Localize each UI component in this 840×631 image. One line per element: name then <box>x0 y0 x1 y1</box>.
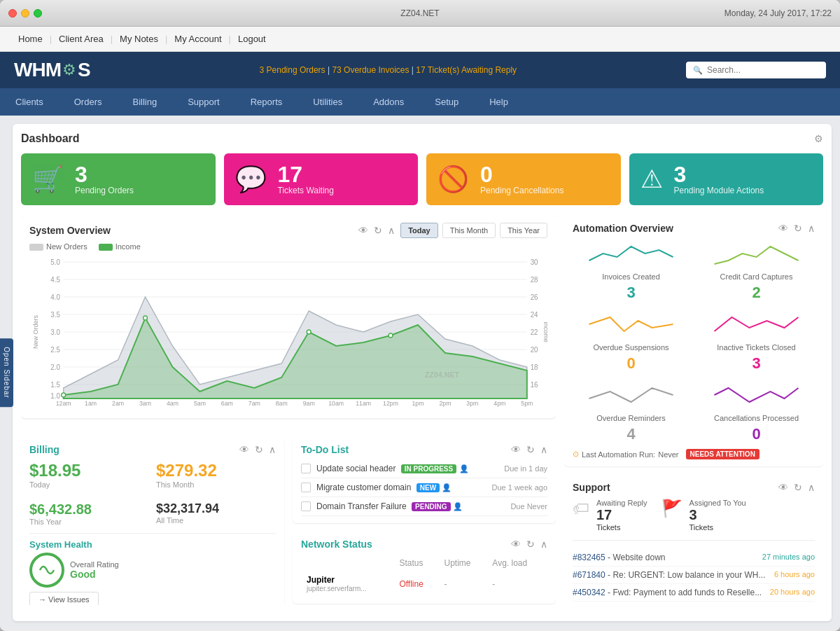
pending-cancellations-label: Pending Cancellations <box>480 186 564 195</box>
auto-inactive-label: Inactive Tickets Closed <box>698 343 815 352</box>
billing-today-amount: $18.95 <box>29 461 149 480</box>
collapse-icon[interactable]: ∧ <box>808 223 815 234</box>
svg-text:5pm: 5pm <box>521 400 533 407</box>
tickets-waiting-label: Tickets Waiting <box>278 186 334 195</box>
todo-checkbox-1[interactable] <box>301 464 311 473</box>
whmcs-logo: WHM ⚙ S <box>14 59 90 81</box>
nav-help[interactable]: Help <box>474 88 524 116</box>
todo-text-1: Update social header IN PROGRESS 👤 <box>316 464 498 473</box>
stat-widgets: 🛒 3 Pending Orders 💬 17 Tickets Waiting … <box>21 153 823 205</box>
billing-alltime-label: All Time <box>156 516 276 525</box>
network-icons[interactable]: 👁 ↻ ∧ <box>511 539 547 550</box>
collapse-icon[interactable]: ∧ <box>540 444 547 455</box>
svg-text:3pm: 3pm <box>466 400 478 407</box>
svg-text:16: 16 <box>531 381 538 389</box>
eye-icon[interactable]: 👁 <box>239 444 249 455</box>
ticket-id-1[interactable]: #832465 <box>573 553 606 562</box>
nav-orders[interactable]: Orders <box>59 88 118 116</box>
server-status: Offline <box>395 572 438 595</box>
system-overview-icons[interactable]: 👁 ↻ ∧ <box>358 225 395 236</box>
auto-inactive: Inactive Tickets Closed 3 <box>698 310 815 373</box>
ticket-desc-3: - Fwd: Payment to add funds to Reselle..… <box>606 588 762 597</box>
nav-addons[interactable]: Addons <box>358 88 419 116</box>
refresh-icon[interactable]: ↻ <box>794 223 802 234</box>
svg-text:10am: 10am <box>328 400 344 407</box>
eye-icon[interactable]: 👁 <box>778 482 788 493</box>
ticket-832465: #832465 - Website down 27 minutes ago <box>573 549 815 567</box>
svg-text:30: 30 <box>531 258 538 266</box>
nav-support[interactable]: Support <box>172 88 235 116</box>
flag-icon: 🚩 <box>662 499 682 518</box>
nav-reports[interactable]: Reports <box>235 88 298 116</box>
nav-utilities[interactable]: Utilities <box>298 88 358 116</box>
logo-text: WHM <box>14 59 61 81</box>
svg-text:28: 28 <box>531 276 538 284</box>
todo-due-1: Due in 1 day <box>504 464 547 473</box>
system-overview-section: System Overview 👁 ↻ ∧ Today This Month <box>21 216 556 418</box>
logo-text-s: S <box>78 59 90 81</box>
refresh-icon[interactable]: ↻ <box>794 482 802 493</box>
minimize-button[interactable] <box>21 9 29 18</box>
sidebar-toggle[interactable]: Open Sidebar <box>0 338 13 407</box>
network-header: Network Status 👁 ↻ ∧ <box>301 539 547 550</box>
svg-text:5am: 5am <box>194 400 206 407</box>
health-circle <box>29 553 64 588</box>
collapse-icon[interactable]: ∧ <box>540 539 547 550</box>
title-bar: ZZ04.NET Monday, 24 July 2017, 17:22 <box>0 0 840 27</box>
chart-btn-year[interactable]: This Year <box>500 223 547 238</box>
close-button[interactable] <box>8 9 17 18</box>
chart-btn-month[interactable]: This Month <box>442 223 496 238</box>
billing-icons[interactable]: 👁 ↻ ∧ <box>239 444 276 455</box>
svg-text:3.0: 3.0 <box>50 328 60 336</box>
main-content-grid: System Overview 👁 ↻ ∧ Today This Month <box>21 216 823 605</box>
eye-icon[interactable]: 👁 <box>511 539 521 550</box>
ticket-id-2[interactable]: #671840 <box>573 570 606 580</box>
nav-billing[interactable]: Billing <box>117 88 172 116</box>
eye-icon[interactable]: 👁 <box>511 444 521 455</box>
collapse-icon[interactable]: ∧ <box>388 225 395 236</box>
search-input[interactable] <box>707 65 819 75</box>
collapse-icon[interactable]: ∧ <box>808 482 815 493</box>
auto-reminders-value: 4 <box>573 425 690 443</box>
svg-text:24: 24 <box>531 311 538 319</box>
billing-year-label: This Year <box>29 518 149 526</box>
refresh-icon[interactable]: ↻ <box>374 225 382 236</box>
todo-item-3: Domain Transfer Failure PENDING 👤 Due Ne… <box>301 497 547 516</box>
billing-alltime: $32,317.94 All Time <box>156 501 276 526</box>
todo-user-1: 👤 <box>459 464 469 473</box>
svg-text:4.5: 4.5 <box>50 276 60 284</box>
auto-cancellations: Cancellations Processed 0 <box>698 381 815 443</box>
nav-my-account[interactable]: My Account <box>167 34 228 44</box>
eye-icon[interactable]: 👁 <box>358 225 368 236</box>
todo-icons[interactable]: 👁 ↻ ∧ <box>511 444 547 455</box>
module-actions-value: 3 <box>674 163 764 186</box>
refresh-icon[interactable]: ↻ <box>255 444 263 455</box>
assigned-count: 3 <box>690 507 746 523</box>
auto-invoices-chart <box>573 240 690 268</box>
nav-logout[interactable]: Logout <box>231 34 273 44</box>
todo-checkbox-3[interactable] <box>301 501 311 511</box>
maximize-button[interactable] <box>34 9 42 18</box>
ticket-686238: #686238 - Unable to connect to ftp 2 day… <box>573 602 815 605</box>
nav-setup[interactable]: Setup <box>419 88 474 116</box>
collapse-icon[interactable]: ∧ <box>269 444 276 455</box>
dashboard-settings-icon[interactable]: ⚙ <box>814 133 823 144</box>
nav-my-notes[interactable]: My Notes <box>113 34 165 44</box>
refresh-icon[interactable]: ↻ <box>526 444 535 455</box>
nav-home[interactable]: Home <box>11 34 50 44</box>
window-datetime: Monday, 24 July 2017, 17:22 <box>724 8 832 18</box>
support-title: Support <box>573 482 610 493</box>
chart-btn-today[interactable]: Today <box>400 223 438 238</box>
ticket-id-3[interactable]: #450342 <box>573 588 606 597</box>
support-icons[interactable]: 👁 ↻ ∧ <box>778 482 815 493</box>
refresh-icon[interactable]: ↻ <box>526 539 535 550</box>
system-overview-title: System Overview <box>29 225 111 236</box>
eye-icon[interactable]: 👁 <box>778 223 788 234</box>
top-nav-links: Home | Client Area | My Notes | My Accou… <box>11 34 273 44</box>
view-issues-button[interactable]: → View Issues <box>29 592 99 605</box>
nav-client-area[interactable]: Client Area <box>52 34 111 44</box>
nav-clients[interactable]: Clients <box>0 88 59 116</box>
todo-checkbox-2[interactable] <box>301 483 311 492</box>
network-row-jupiter: Jupiter jupiter.serverfarm... Offline - … <box>302 572 546 595</box>
automation-icons[interactable]: 👁 ↻ ∧ <box>778 223 815 234</box>
